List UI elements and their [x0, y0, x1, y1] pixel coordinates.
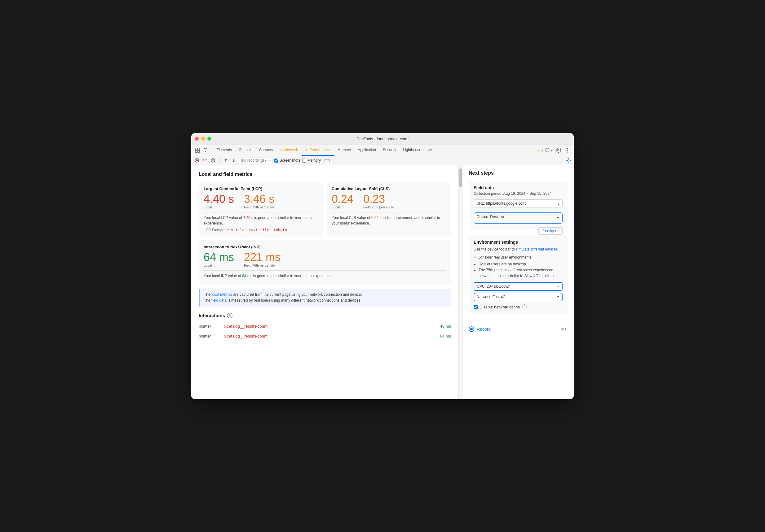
refresh-icon[interactable]: [202, 157, 208, 163]
toolbar-right: ⚠ 1 💬 2: [537, 146, 571, 154]
info-line2: The field data is measured by real users…: [204, 298, 447, 304]
tab-network[interactable]: ⚠ Network: [277, 144, 301, 156]
divider2: [219, 157, 220, 163]
performance-warning-icon: ⚠: [305, 148, 308, 152]
tab-elements[interactable]: Elements: [213, 144, 235, 156]
url-select[interactable]: URL: https://fonts.google.com/: [474, 199, 563, 207]
env-selects: CPU: 20× slowdown Network: Fast 4G: [474, 282, 563, 301]
tab-memory[interactable]: Memory: [335, 144, 354, 156]
inp-description: Your local INP value of 64 ms is good, a…: [204, 273, 446, 279]
field-data-link[interactable]: field data: [211, 298, 227, 303]
performance-settings-icon[interactable]: [565, 157, 571, 163]
inspect-icon[interactable]: [194, 146, 201, 154]
tab-application[interactable]: Application: [355, 144, 379, 156]
screenshots-checkbox[interactable]: [274, 158, 278, 162]
maximize-button[interactable]: [207, 137, 211, 140]
network-warning-icon: ⚠: [280, 148, 283, 152]
network-select[interactable]: Network: Fast 4G: [474, 293, 562, 301]
more-options-icon[interactable]: [564, 146, 571, 154]
configure-button[interactable]: Configure: [538, 227, 563, 235]
screenshots-checkbox-label[interactable]: Screenshots: [274, 158, 300, 162]
minimize-button[interactable]: [201, 137, 205, 140]
cls-local-label: Local: [332, 205, 354, 209]
table-row: pointer p.catalog__results-count 64 ms: [199, 331, 451, 341]
interactions-icon: ⊘: [227, 313, 233, 318]
devtools-tabs-bar: Elements Console Sources ⚠ Network ⚠ Per…: [191, 145, 574, 156]
svg-rect-2: [195, 150, 197, 152]
device-select[interactable]: Device: Desktop: [474, 213, 562, 220]
memory-checkbox-label[interactable]: Memory: [302, 158, 321, 162]
consider-title: ▼ Consider real user environments: [474, 255, 563, 259]
inp-local-label: Local: [204, 264, 234, 267]
title-bar: DevTools - fonts.google.com/: [191, 133, 574, 145]
device-select-row[interactable]: Device: Desktop: [474, 212, 563, 224]
device-icon[interactable]: [202, 146, 209, 154]
recording-select-wrapper[interactable]: (no recordings): [239, 157, 273, 163]
left-panel: Local and field metrics Largest Contentf…: [191, 165, 458, 399]
svg-rect-0: [195, 148, 197, 150]
field-data-card: Field data Collection period: Aug 19, 20…: [469, 181, 567, 230]
right-panel: Next steps Field data Collection period:…: [462, 165, 574, 399]
network-select-wrapper[interactable]: Network: Fast 4G: [474, 293, 563, 301]
tab-more[interactable]: >>: [425, 144, 435, 156]
window-title: DevTools - fonts.google.com/: [357, 136, 408, 141]
lcp-field-value: 3.46 s: [244, 193, 275, 205]
performance-toolbar: (no recordings) Screenshots Memory: [191, 156, 574, 165]
close-button[interactable]: [195, 137, 199, 140]
memory-checkbox[interactable]: [302, 158, 306, 162]
tab-sources[interactable]: Sources: [256, 144, 276, 156]
cls-card: Cumulative Layout Shift (CLS) 0.24 Local…: [327, 182, 451, 237]
inp-field-label: Field 75th percentile: [244, 264, 281, 267]
list-item: The 75th percentile of real users experi…: [478, 267, 563, 279]
warning-badge: ⚠ 1: [537, 148, 543, 152]
upload-icon[interactable]: [223, 157, 229, 163]
scrollbar[interactable]: [458, 165, 462, 399]
inp-title: Interaction to Next Paint (INP): [204, 245, 446, 249]
cpu-select-wrapper[interactable]: CPU: 20× slowdown: [474, 282, 563, 291]
simulate-devices-link[interactable]: simulate different devices: [516, 247, 558, 251]
cls-values: 0.24 Local 0.23 Field 75th percentile: [332, 193, 446, 209]
record-dot-icon: [469, 326, 474, 332]
clear-icon[interactable]: [210, 157, 216, 163]
svg-rect-1: [198, 148, 200, 150]
tab-security[interactable]: Security: [380, 144, 399, 156]
lcp-title: Largest Contentful Paint (LCP): [204, 186, 318, 191]
inp-local-value: 64 ms: [204, 252, 234, 263]
cls-field-value: 0.23: [363, 193, 394, 205]
lcp-local-group: 4.40 s Local: [204, 193, 234, 209]
lcp-local-label: Local: [204, 205, 234, 209]
scroll-thumb[interactable]: [459, 168, 462, 187]
devtools-window: DevTools - fonts.google.com/ Elements Co…: [191, 133, 574, 399]
disable-cache-checkbox[interactable]: [474, 305, 478, 309]
cls-field-group: 0.23 Field 75th percentile: [363, 193, 394, 209]
tab-performance[interactable]: ⚠ Performance: [302, 144, 334, 156]
profile-icon[interactable]: [324, 157, 330, 163]
help-icon[interactable]: ?: [522, 304, 527, 309]
triangle-icon: ▼: [474, 256, 476, 259]
lcp-description: Your local LCP value of 4.40 s is poor, …: [204, 215, 318, 226]
settings-icon[interactable]: [554, 146, 562, 154]
cls-local-value: 0.24: [332, 193, 354, 205]
lcp-field-group: 3.46 s Field 75th percentile: [244, 193, 275, 209]
bullet-list: 82% of users are on desktop. The 75th pe…: [474, 261, 563, 279]
url-select-row[interactable]: URL: https://fonts.google.com/: [474, 199, 563, 210]
svg-point-8: [567, 152, 568, 153]
cls-local-group: 0.24 Local: [332, 193, 354, 209]
tab-lighthouse[interactable]: Lighthouse: [400, 144, 424, 156]
cpu-select[interactable]: CPU: 20× slowdown: [474, 283, 562, 290]
cls-title: Cumulative Layout Shift (CLS): [332, 186, 446, 191]
record-section: Record ⌘ E: [469, 323, 567, 333]
disable-cache-label: Disable network cache: [479, 305, 520, 309]
recording-select[interactable]: (no recordings): [239, 157, 273, 163]
svg-point-7: [567, 150, 568, 151]
cls-field-label: Field 75th percentile: [363, 205, 394, 209]
tab-console[interactable]: Console: [236, 144, 256, 156]
next-steps-title: Next steps: [469, 170, 567, 176]
record-button[interactable]: Record: [469, 326, 491, 332]
local-metrics-link[interactable]: local metrics: [211, 292, 232, 297]
lcp-field-label: Field 75th percentile: [244, 205, 275, 209]
error-badge: 💬 2: [545, 148, 553, 152]
download-icon[interactable]: [231, 157, 237, 163]
record-toggle-icon[interactable]: [194, 157, 200, 163]
metrics-grid: Largest Contentful Paint (LCP) 4.40 s Lo…: [199, 182, 451, 237]
